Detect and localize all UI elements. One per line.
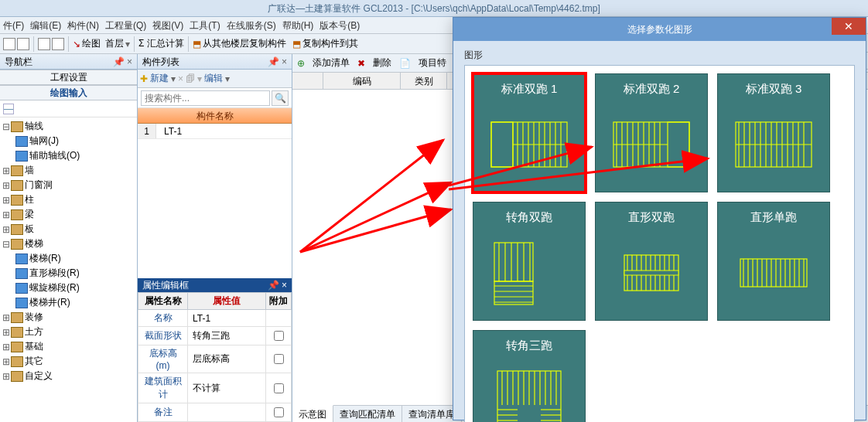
thumb-graphic	[723, 104, 825, 184]
tree-folder[interactable]: ⊞装修	[2, 310, 135, 325]
dialog-title: 选择参数化图形 ✕	[453, 18, 866, 41]
home-button[interactable]: 首层	[105, 37, 124, 50]
shape-thumb[interactable]: 标准双跑 1	[473, 73, 586, 192]
menu-version[interactable]: 版本号(B)	[316, 17, 363, 33]
thumb-graphic	[478, 104, 580, 184]
svg-line-2	[300, 209, 451, 252]
tree-folder[interactable]: ⊞墙	[2, 163, 135, 178]
svg-rect-98	[624, 271, 678, 275]
thumb-graphic	[723, 233, 825, 312]
prop-row[interactable]: 名称LT-1	[138, 310, 292, 327]
close-button[interactable]: ✕	[832, 18, 866, 35]
tab-match[interactable]: 查询匹配清单	[333, 406, 402, 422]
prop-row[interactable]: 建筑面积计不计算	[138, 373, 292, 403]
svg-rect-81	[494, 281, 533, 305]
edit-button[interactable]: 编辑	[204, 72, 223, 85]
group-label: 图形	[464, 49, 855, 62]
tree-item[interactable]: 辅助轴线(O)	[2, 148, 135, 163]
tree-folder[interactable]: ⊞土方	[2, 325, 135, 339]
collapse-icon[interactable]: —	[3, 104, 14, 114]
add-list-button[interactable]: 添加清单	[313, 56, 350, 70]
nav-section-draw[interactable]: 绘图输入	[0, 85, 137, 100]
thumb-graphic	[478, 233, 580, 312]
nav-panel: 导航栏 📌 × 工程设置 绘图输入 — ⊟轴线轴网(J)辅助轴线(O)⊞墙⊞门窗…	[0, 54, 138, 422]
shape-thumb[interactable]: 转角三跑	[473, 330, 586, 422]
svg-rect-26	[668, 122, 689, 167]
prop-row[interactable]: 备注	[138, 403, 292, 422]
pin-icon[interactable]: 📌 ×	[113, 54, 132, 69]
thumb-graphic	[478, 361, 580, 422]
menu-edit[interactable]: 编辑(E)	[27, 17, 64, 33]
shape-thumb[interactable]: 标准双跑 3	[717, 73, 830, 192]
new-button[interactable]: 新建	[150, 72, 169, 85]
shape-thumb[interactable]: 标准双跑 2	[595, 73, 708, 192]
list-body: 1 LT-1	[138, 124, 292, 278]
tree-folder[interactable]: ⊟轴线	[2, 119, 135, 134]
menu-help[interactable]: 帮助(H)	[279, 17, 317, 33]
prop-row[interactable]: 截面形状转角三跑	[138, 327, 292, 345]
tree-folder[interactable]: ⊞其它	[2, 354, 135, 369]
tree-item[interactable]: 螺旋梯段(R)	[2, 281, 135, 295]
component-list-panel: 构件列表 📌 × ✚ 新建 ▾ × 🗐 ▾ 编辑 ▾ 🔍 构件名称 1 LT-1…	[138, 54, 292, 422]
complist-toolbar: ✚ 新建 ▾ × 🗐 ▾ 编辑 ▾	[138, 70, 292, 88]
menu-tools[interactable]: 工具(T)	[186, 17, 223, 33]
prop-check[interactable]	[274, 407, 284, 417]
prop-row[interactable]: 底标高(m)层底标高	[138, 345, 292, 373]
menu-comp[interactable]: 构件(N)	[64, 17, 102, 33]
redo-icon[interactable]	[52, 38, 64, 50]
save-icon[interactable]	[17, 38, 29, 50]
svg-rect-4	[491, 122, 513, 167]
tree-folder[interactable]: ⊞自定义	[2, 369, 135, 383]
copy-comp-button[interactable]: 复制构件到其	[302, 37, 358, 50]
menu-view[interactable]: 视图(V)	[149, 17, 186, 33]
draw-button[interactable]: 绘图	[82, 37, 101, 50]
tree-folder[interactable]: ⊟楼梯	[2, 237, 135, 251]
nav-tree: ⊟轴线轴网(J)辅助轴线(O)⊞墙⊞门窗洞⊞柱⊞梁⊞板⊟楼梯楼梯(R)直形梯段(…	[0, 117, 137, 422]
complist-title: 构件列表 📌 ×	[138, 54, 292, 70]
tree-folder[interactable]: ⊞梁	[2, 207, 135, 222]
thumb-label: 直形双跑	[628, 210, 675, 225]
svg-rect-74	[494, 243, 533, 281]
menu-qty[interactable]: 工程量(Q)	[102, 17, 149, 33]
tree-folder[interactable]: ⊞柱	[2, 192, 135, 207]
nav-section-settings[interactable]: 工程设置	[0, 70, 137, 85]
copy-floor-button[interactable]: 从其他楼层复制构件	[203, 37, 286, 50]
pin-icon[interactable]: 📌 ×	[268, 278, 287, 292]
search-button[interactable]: 🔍	[272, 90, 289, 106]
shape-thumb[interactable]: 直形双跑	[595, 202, 708, 321]
prop-check[interactable]	[274, 354, 284, 364]
open-icon[interactable]	[3, 38, 15, 50]
tree-item[interactable]: 楼梯(R)	[2, 251, 135, 266]
shape-thumb[interactable]: 转角双跑	[473, 202, 586, 321]
menu-online[interactable]: 在线服务(S)	[224, 17, 279, 33]
tree-item[interactable]: 直形梯段(R)	[2, 266, 135, 281]
annotation-arrows	[292, 90, 455, 399]
menu-file[interactable]: 件(F)	[0, 17, 27, 33]
thumb-container: 标准双跑 1标准双跑 2标准双跑 3转角双跑直形双跑直形单跑转角三跑	[464, 65, 855, 422]
list-row[interactable]: 1 LT-1	[138, 124, 292, 139]
thumb-label: 标准双跑 2	[624, 82, 680, 97]
tree-item[interactable]: 楼梯井(R)	[2, 295, 135, 310]
tab-diagram[interactable]: 示意图	[292, 405, 333, 422]
delete-button[interactable]: ×	[178, 73, 183, 84]
search-input[interactable]	[141, 90, 270, 106]
nav-title: 导航栏 📌 ×	[0, 54, 137, 70]
shape-thumb[interactable]: 直形单跑	[717, 202, 830, 321]
proj-button[interactable]: 项目特	[419, 56, 446, 70]
tree-folder[interactable]: ⊞基础	[2, 339, 135, 354]
pin-icon[interactable]: 📌 ×	[268, 54, 287, 69]
list-header: 构件名称	[138, 108, 292, 124]
tree-folder[interactable]: ⊞门窗洞	[2, 178, 135, 192]
prop-check[interactable]	[274, 383, 284, 393]
undo-icon[interactable]	[38, 38, 50, 50]
prop-table: 属性名称 属性值 附加 名称LT-1截面形状转角三跑底标高(m)层底标高建筑面积…	[138, 292, 292, 422]
sum-button[interactable]: Σ 汇总计算	[138, 37, 184, 50]
prop-check[interactable]	[274, 331, 284, 341]
thumb-graphic	[600, 104, 702, 184]
tree-item[interactable]: 轴网(J)	[2, 134, 135, 148]
svg-line-0	[300, 140, 443, 252]
svg-rect-115	[518, 405, 541, 423]
thumb-label: 转角双跑	[506, 210, 552, 225]
del-list-button[interactable]: 删除	[373, 56, 391, 70]
tree-folder[interactable]: ⊞板	[2, 222, 135, 237]
